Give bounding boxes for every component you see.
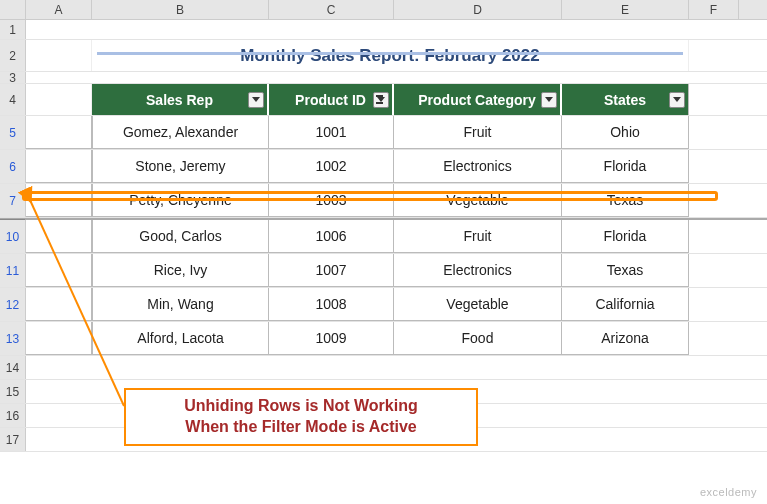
cell-state[interactable]: Texas [562,184,689,217]
row-header-1[interactable]: 1 [0,20,26,39]
annotation-line1: Unhiding Rows is Not Working [136,396,466,417]
cell-rep[interactable]: Rice, Ivy [92,254,269,287]
row-header-6[interactable]: 6 [0,150,26,183]
row-header-2[interactable]: 2 [0,40,26,71]
cell-pid[interactable]: 1001 [269,116,394,149]
cell-state[interactable]: Ohio [562,116,689,149]
col-header-a[interactable]: A [26,0,92,19]
row-14: 14 [0,356,767,380]
row-header-13[interactable]: 13 [0,322,26,355]
row-header-16[interactable]: 16 [0,404,26,427]
th-states[interactable]: States [562,84,689,115]
cell-cat[interactable]: Fruit [394,116,562,149]
th-label: Product ID [295,92,366,108]
cell-pid[interactable]: 1007 [269,254,394,287]
col-header-f[interactable]: F [689,0,739,19]
row-1: 1 [0,20,767,40]
cell-state[interactable]: Arizona [562,322,689,355]
cell-a4[interactable] [26,84,92,115]
cell-pid[interactable]: 1003 [269,184,394,217]
col-header-c[interactable]: C [269,0,394,19]
row-header-17[interactable]: 17 [0,428,26,451]
cell-rep[interactable]: Alford, Lacota [92,322,269,355]
col-header-b[interactable]: B [92,0,269,19]
table-row: 13 Alford, Lacota 1009 Food Arizona [0,322,767,356]
cell-pid[interactable]: 1009 [269,322,394,355]
th-label: States [604,92,646,108]
select-all-corner[interactable] [0,0,26,20]
cell-cat[interactable]: Fruit [394,220,562,253]
filter-icon[interactable] [248,92,264,108]
row-header-15[interactable]: 15 [0,380,26,403]
cell-state[interactable]: Florida [562,150,689,183]
row-header-12[interactable]: 12 [0,288,26,321]
cell-state[interactable]: California [562,288,689,321]
annotation-line2: When the Filter Mode is Active [136,417,466,438]
cell-state[interactable]: Texas [562,254,689,287]
col-header-d[interactable]: D [394,0,562,19]
cell-rep[interactable]: Gomez, Alexander [92,116,269,149]
th-category[interactable]: Product Category [394,84,562,115]
cell-cat[interactable]: Electronics [394,254,562,287]
row-header-3[interactable]: 3 [0,72,26,83]
table-row: 7 Petty, Cheyenne 1003 Vegetable Texas [0,184,767,218]
cell-rep[interactable]: Min, Wang [92,288,269,321]
filter-icon[interactable] [669,92,685,108]
page-title[interactable]: Monthly Sales Report: February 2022 [92,40,689,71]
row-header-11[interactable]: 11 [0,254,26,287]
cell-rep[interactable]: Good, Carlos [92,220,269,253]
row-header-7[interactable]: 7 [0,184,26,217]
spreadsheet: A B C D E F 1 2 Monthly Sales Report: Fe… [0,0,767,504]
watermark: exceldemy [700,486,757,498]
cell-state[interactable]: Florida [562,220,689,253]
table-row: 11 Rice, Ivy 1007 Electronics Texas [0,254,767,288]
table-row: 5 Gomez, Alexander 1001 Fruit Ohio [0,116,767,150]
col-header-e[interactable]: E [562,0,689,19]
row-header-4[interactable]: 4 [0,84,26,115]
column-headers: A B C D E F [0,0,767,20]
cell-a2[interactable] [26,40,92,71]
th-product-id[interactable]: Product ID [269,84,394,115]
annotation-callout: Unhiding Rows is Not Working When the Fi… [124,388,478,446]
filter-icon[interactable] [373,92,389,108]
th-sales-rep[interactable]: Sales Rep [92,84,269,115]
th-label: Product Category [418,92,535,108]
title-underline [97,52,683,55]
cell-pid[interactable]: 1006 [269,220,394,253]
cell-rep[interactable]: Petty, Cheyenne [92,184,269,217]
cell-pid[interactable]: 1002 [269,150,394,183]
cell-rep[interactable]: Stone, Jeremy [92,150,269,183]
cell-cat[interactable]: Vegetable [394,288,562,321]
filter-icon[interactable] [541,92,557,108]
table-header-row: 4 Sales Rep Product ID Product Category … [0,84,767,116]
row-header-5[interactable]: 5 [0,116,26,149]
table-row: 10 Good, Carlos 1006 Fruit Florida [0,220,767,254]
row-3: 3 [0,72,767,84]
table-row: 6 Stone, Jeremy 1002 Electronics Florida [0,150,767,184]
cell-cat[interactable]: Electronics [394,150,562,183]
table-row: 12 Min, Wang 1008 Vegetable California [0,288,767,322]
cell-cat[interactable]: Food [394,322,562,355]
table-body: 5 Gomez, Alexander 1001 Fruit Ohio 6 Sto… [0,116,767,356]
cell-pid[interactable]: 1008 [269,288,394,321]
row-2: 2 Monthly Sales Report: February 2022 [0,40,767,72]
row-header-14[interactable]: 14 [0,356,26,379]
cell-cat[interactable]: Vegetable [394,184,562,217]
th-label: Sales Rep [146,92,213,108]
row-header-10[interactable]: 10 [0,220,26,253]
